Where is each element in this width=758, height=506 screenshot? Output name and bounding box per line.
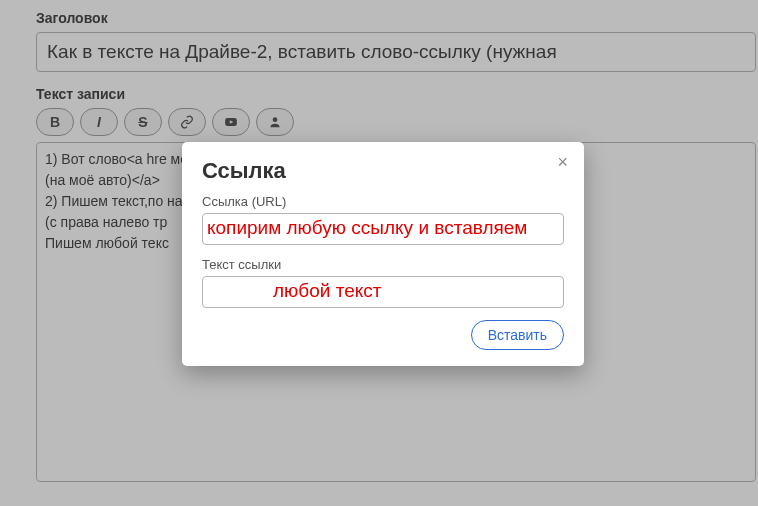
close-button[interactable]: × [551, 150, 574, 175]
text-annotation-text: любой текст [273, 280, 381, 302]
url-label: Ссылка (URL) [202, 194, 564, 209]
url-input[interactable]: копирим любую ссылку и вставляем [202, 213, 564, 245]
link-text-input[interactable]: любой текст [202, 276, 564, 308]
link-modal: × Ссылка Ссылка (URL) копирим любую ссыл… [182, 142, 584, 366]
link-text-label: Текст ссылки [202, 257, 564, 272]
close-icon: × [557, 152, 568, 172]
url-annotation-text: копирим любую ссылку и вставляем [207, 217, 527, 239]
insert-button[interactable]: Вставить [471, 320, 564, 350]
modal-title: Ссылка [202, 158, 564, 184]
